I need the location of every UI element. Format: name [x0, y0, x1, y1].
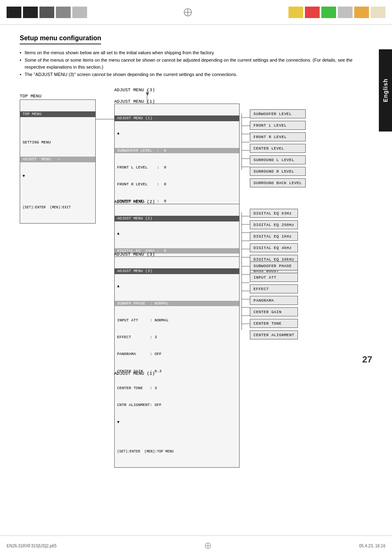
- top-bar-center: [87, 7, 288, 17]
- adj3-cntralign: CNTR ALIGNMENT: OFF: [117, 402, 237, 408]
- bullet-3: The "ADJUST MENU (3)" screen cannot be s…: [20, 71, 357, 78]
- right-center-gain: CENTER GAIN: [250, 307, 298, 316]
- main-content: Setup menu configuration Items on the me…: [0, 25, 392, 398]
- top-menu-label: TOP MENU: [20, 94, 96, 99]
- footer-left: EN26-31RXF31S[US]2.p65: [7, 544, 57, 548]
- right-eq-1khz: DIGITAL EQ 1kHz: [250, 232, 298, 241]
- color-block-red: [305, 7, 320, 18]
- top-menu-footer: (SET):ENTER (MEN):EXIT: [23, 205, 93, 210]
- right-center-tone: CENTER TONE: [250, 319, 298, 328]
- adj3-up: ▲: [117, 284, 237, 289]
- adj2-up: ▲: [117, 231, 237, 237]
- diagram-area: ADJUST MENU (3) ▼ TOP MENU TOP MENU SETT…: [20, 85, 373, 381]
- block-2: [23, 7, 38, 18]
- crosshair-icon: [183, 7, 193, 17]
- section-title: Setup menu configuration: [20, 35, 101, 44]
- right-group-1: SUBWOOFER LEVEL FRONT L LEVEL FRONT R LE…: [250, 109, 306, 187]
- right-surround-r-level: SURROUND R LEVEL: [250, 167, 306, 176]
- top-menu-section: TOP MENU TOP MENU SETTING MENU ADJUST ME…: [20, 94, 96, 224]
- top-decorative-bar: [0, 0, 392, 25]
- bullet-2: Some of the menus or some items on the m…: [20, 57, 357, 71]
- color-block-cream: [371, 7, 385, 18]
- language-tab-text: English: [382, 78, 389, 102]
- color-block-yellow: [288, 7, 303, 18]
- adjust-menu-3-content: ADJUST MENU (3) ▲ SUBWFR PHASE : NORMAL …: [114, 256, 240, 468]
- block-4: [56, 7, 71, 18]
- right-surround-back-level: SURROUND BACK LEVEL: [250, 178, 306, 187]
- adjust-menu-1-bottom-div: ADJUST MENU (1): [114, 369, 155, 376]
- right-eq-250hz: DIGITAL EQ 250Hz: [250, 220, 298, 229]
- top-bar-right-blocks: [288, 7, 385, 18]
- block-1: [7, 7, 21, 18]
- adj3-centertone: CENTER TONE : 3: [117, 385, 237, 391]
- right-subwoofer-phase: SUBWOOFER PHASE: [250, 261, 298, 270]
- down-arrow-top: ▼: [145, 90, 150, 97]
- adj1-frontr: FRONT R LEVEL : 0: [117, 182, 237, 187]
- color-block-orange: [354, 7, 369, 18]
- footer-center: [204, 542, 212, 550]
- right-center-level: CENTER LEVEL: [250, 144, 306, 153]
- right-input-att: INPUT ATT: [250, 273, 298, 282]
- adj1-up: ▲: [117, 131, 237, 136]
- bottom-bar: EN26-31RXF31S[US]2.p65 05.4.23, 16:16: [0, 535, 392, 556]
- down-triangle: ▼: [23, 173, 93, 179]
- top-menu-box: TOP MENU SETTING MENU ADJUST MENU — ▼ (S…: [20, 99, 96, 224]
- right-effect: EFFECT: [250, 284, 298, 293]
- right-subwoofer-level: SUBWOOFER LEVEL: [250, 109, 306, 118]
- top-menu-title: TOP MENU: [20, 111, 95, 117]
- right-group-3: SUBWOOFER PHASE INPUT ATT EFFECT PANORAM…: [250, 261, 298, 339]
- color-block-green: [321, 7, 336, 18]
- adjust-menu-1-bottom-label: ADJUST MENU (1): [114, 371, 155, 376]
- right-front-r-level: FRONT R LEVEL: [250, 132, 306, 141]
- adj1-subwoofer: SUBWOOFER LEVEL : 0: [115, 148, 239, 154]
- adj3-down: ▼: [117, 420, 237, 425]
- top-bar-left-blocks: [7, 7, 87, 18]
- setting-menu-line: SETTING MENU: [23, 140, 93, 145]
- language-tab: English: [379, 49, 392, 132]
- bullet-1: Items on the menus shown below are all s…: [20, 49, 357, 57]
- adj3-title: ADJUST MENU (3): [115, 268, 239, 274]
- right-center-alignment: CENTER ALIGNMENT: [250, 330, 298, 339]
- bullet-list: Items on the menus shown below are all s…: [20, 49, 357, 78]
- right-eq-63hz: DIGITAL EQ 63Hz: [250, 209, 298, 218]
- block-3: [39, 7, 54, 18]
- right-front-l-level: FRONT L LEVEL: [250, 121, 306, 130]
- bottom-crosshair-icon: [204, 542, 212, 549]
- page-number: 27: [362, 354, 372, 365]
- adj3-inputatt: INPUT ATT : NORMAL: [117, 318, 237, 323]
- right-panorama: PANORAMA: [250, 296, 298, 305]
- adj3-subwfr: SUBWFR PHASE : NORMAL: [115, 301, 239, 307]
- right-eq-4khz: DIGITAL EQ 4kHz: [250, 243, 298, 252]
- adjust-menu-highlight: ADJUST MENU —: [20, 157, 95, 162]
- adjust-menu-3-box: ADJUST MENU (3) ▲ SUBWFR PHASE : NORMAL …: [114, 256, 240, 468]
- adj3-panorama: PANORAMA : OFF: [117, 351, 237, 357]
- color-block-silver: [338, 7, 353, 18]
- adj3-effect: EFFECT : 3: [117, 335, 237, 340]
- adj2-title: ADJUST MENU (2): [115, 216, 239, 221]
- adj1-title: ADJUST MENU (1): [115, 115, 239, 121]
- right-surround-l-level: SURROUND L LEVEL: [250, 155, 306, 164]
- footer-right: 05.4.23, 16:16: [359, 544, 385, 548]
- adj3-footer: (SET):ENTER (MEN):TOP MENU: [117, 449, 237, 454]
- adj1-frontl: FRONT L LEVEL : 0: [117, 165, 237, 171]
- block-5: [72, 7, 87, 18]
